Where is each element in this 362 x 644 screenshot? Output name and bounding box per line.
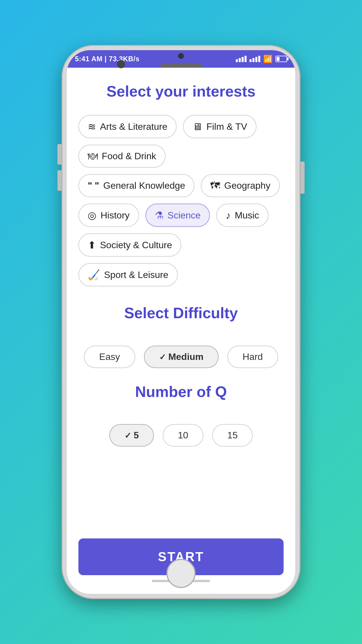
checkmark-icon: ✓ (159, 353, 166, 362)
interest-general[interactable]: " " General Knowledge (78, 174, 194, 197)
interest-film[interactable]: 🖥 Film & TV (183, 115, 256, 138)
phone-speaker (161, 63, 201, 68)
number-title: Number of Q (135, 383, 227, 401)
sport-icon: 🏑 (88, 269, 100, 281)
volume-down-button[interactable] (57, 170, 61, 191)
wifi-icon: 📶 (263, 55, 273, 64)
phone-dot (178, 53, 184, 59)
battery-icon (275, 56, 287, 62)
arts-icon: ≋ (88, 121, 96, 132)
interest-history[interactable]: ◎ History (78, 204, 139, 227)
film-icon: 🖥 (192, 121, 202, 132)
interest-geography[interactable]: 🗺 Geography (201, 174, 280, 197)
main-content: Select your interests ≋ Arts & Literatur… (67, 68, 295, 594)
history-icon: ◎ (88, 209, 96, 221)
interests-title: Select your interests (106, 82, 256, 100)
phone-frame: 5:41 AM | 73.3KB/s 📶 (61, 45, 301, 599)
status-icons: 📶 (236, 55, 287, 64)
difficulty-options: Easy ✓ Medium Hard (84, 346, 278, 368)
interest-science[interactable]: ⚗ Science (145, 204, 210, 227)
interest-society[interactable]: ⬆ Society & Culture (78, 233, 181, 257)
food-icon: 🍽 (88, 150, 98, 162)
music-icon: ♪ (226, 210, 231, 221)
difficulty-medium[interactable]: ✓ Medium (144, 346, 219, 368)
food-label: Food & Drink (102, 151, 156, 162)
sport-label: Sport & Leisure (104, 270, 168, 280)
screen: 5:41 AM | 73.3KB/s 📶 (67, 50, 295, 594)
arts-label: Arts & Literature (100, 121, 167, 132)
front-camera (117, 60, 125, 68)
volume-up-button[interactable] (57, 144, 61, 164)
difficulty-title: Select Difficulty (124, 304, 238, 322)
home-button[interactable] (166, 559, 196, 588)
checkmark-icon-2: ✓ (124, 431, 131, 440)
difficulty-hard[interactable]: Hard (227, 346, 278, 368)
society-label: Society & Culture (100, 240, 172, 251)
number-5[interactable]: ✓ 5 (109, 424, 154, 447)
status-time: 5:41 AM | 73.3KB/s (75, 55, 140, 63)
geography-icon: 🗺 (210, 180, 220, 191)
science-label: Science (168, 210, 201, 221)
number-options: ✓ 5 10 15 (109, 424, 253, 447)
number-10[interactable]: 10 (163, 424, 203, 447)
general-label: General Knowledge (103, 180, 185, 191)
geography-label: Geography (224, 180, 270, 191)
science-icon: ⚗ (155, 209, 164, 221)
number-section: Number of Q ✓ 5 10 15 (78, 383, 284, 447)
difficulty-section: Select Difficulty Easy ✓ Medium Hard (78, 304, 284, 368)
interest-arts[interactable]: ≋ Arts & Literature (78, 115, 177, 138)
interest-music[interactable]: ♪ Music (216, 204, 268, 227)
film-label: Film & TV (206, 121, 247, 132)
history-label: History (101, 210, 130, 221)
interest-food[interactable]: 🍽 Food & Drink (78, 145, 166, 168)
difficulty-easy[interactable]: Easy (84, 346, 135, 368)
signal-icon (236, 56, 247, 62)
number-15[interactable]: 15 (212, 424, 253, 447)
interest-sport[interactable]: 🏑 Sport & Leisure (78, 263, 178, 286)
interests-grid: ≋ Arts & Literature 🖥 Film & TV 🍽 Food &… (78, 115, 284, 286)
power-button[interactable] (301, 162, 305, 194)
society-icon: ⬆ (88, 239, 96, 251)
music-label: Music (235, 210, 259, 221)
signal-icon-2 (249, 56, 260, 62)
general-icon: " " (88, 180, 99, 191)
